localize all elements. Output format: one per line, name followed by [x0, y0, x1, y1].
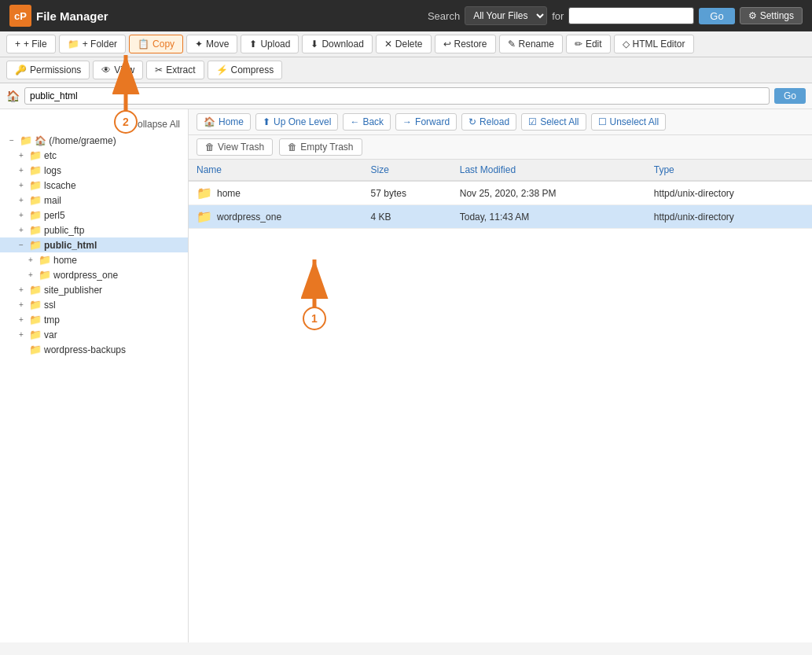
compress-button[interactable]: ⚡ Compress [208, 61, 283, 79]
up-icon: ⬆ [263, 116, 270, 127]
path-go-button[interactable]: Go [774, 88, 806, 104]
folder-icon: 📁 [39, 269, 51, 281]
search-label: Search [428, 10, 460, 22]
sidebar-item-label: logs [44, 165, 61, 176]
file-area: 🏠 Home ⬆ Up One Level ← Back → Forward ↻ [189, 109, 812, 642]
key-icon: 🔑 [15, 64, 27, 75]
file-table: Name Size Last Modified Type 📁 home 57 b… [189, 160, 812, 229]
expand-icon: + [19, 330, 27, 339]
collapse-all-button[interactable]: Collapse All [0, 116, 188, 133]
empty-checkbox-icon: ☐ [598, 116, 607, 127]
col-modified[interactable]: Last Modified [452, 160, 646, 181]
sidebar-item-site-publisher[interactable]: + 📁 site_publisher [0, 282, 188, 297]
upload-icon: ⬆ [249, 39, 257, 50]
home-icon[interactable]: 🏠 [6, 90, 20, 102]
sidebar: Collapse All − 📁 🏠 (/home/graeme) + 📁 et… [0, 109, 189, 642]
search-input[interactable] [568, 7, 694, 24]
extract-icon: ✂ [155, 64, 163, 75]
sidebar-item-label: tmp [44, 315, 60, 326]
sidebar-item-ssl[interactable]: + 📁 ssl [0, 297, 188, 312]
settings-button[interactable]: ⚙ Settings [740, 7, 803, 24]
sidebar-item-var[interactable]: + 📁 var [0, 327, 188, 342]
for-label: for [552, 10, 564, 22]
empty-trash-button[interactable]: 🗑 Empty Trash [279, 138, 362, 156]
expand-icon: + [28, 270, 36, 279]
expand-icon: + [19, 315, 27, 324]
extract-button[interactable]: ✂ Extract [146, 61, 204, 79]
sidebar-item-public-html[interactable]: − 📁 public_html [0, 237, 188, 252]
forward-button[interactable]: → Forward [395, 113, 457, 131]
gear-icon: ⚙ [748, 10, 757, 21]
sidebar-item-wordpress-backups[interactable]: 📁 wordpress-backups [0, 342, 188, 357]
sidebar-item-lscache[interactable]: + 📁 lscache [0, 178, 188, 193]
folder-icon: 📁 [29, 194, 42, 206]
expand-icon: − [9, 136, 17, 145]
up-one-level-button[interactable]: ⬆ Up One Level [255, 113, 338, 131]
search-scope-dropdown[interactable]: All Your Files File Names File Contents [465, 6, 547, 25]
cell-type: httpd/unix-directory [646, 181, 812, 205]
folder-icon: 📁 [29, 179, 42, 191]
sidebar-item-logs[interactable]: + 📁 logs [0, 163, 188, 178]
view-trash-button[interactable]: 🗑 View Trash [197, 138, 273, 156]
move-button[interactable]: ✦ Move [186, 35, 237, 53]
copy-button[interactable]: 📋 Copy [129, 35, 183, 53]
col-type[interactable]: Type [646, 160, 812, 181]
brand: cP File Manager [9, 5, 108, 27]
sidebar-item-mail[interactable]: + 📁 mail [0, 193, 188, 208]
folder-icon: 📁 [29, 239, 42, 251]
copy-icon: 📋 [138, 39, 149, 50]
folder-icon: 📁 [29, 314, 42, 326]
sidebar-item-wordpress-one-sub[interactable]: + 📁 wordpress_one [0, 267, 188, 282]
edit-button[interactable]: ✏ Edit [566, 35, 611, 53]
new-file-button[interactable]: + + File [6, 35, 56, 53]
trash-icon: 🗑 [205, 142, 215, 153]
html-editor-button[interactable]: ◇ HTML Editor [614, 35, 694, 53]
sidebar-item-label: var [44, 329, 57, 340]
expand-icon: + [19, 211, 27, 219]
expand-icon: + [19, 196, 27, 204]
table-header-row: Name Size Last Modified Type [189, 160, 812, 181]
cell-size: 57 bytes [363, 181, 452, 205]
cell-modified: Today, 11:43 AM [452, 205, 646, 229]
back-button[interactable]: ← Back [343, 113, 391, 131]
sidebar-item-label: ssl [44, 300, 56, 311]
unselect-all-button[interactable]: ☐ Unselect All [591, 113, 667, 131]
sidebar-item-public-ftp[interactable]: + 📁 public_ftp [0, 223, 188, 237]
sidebar-item-etc[interactable]: + 📁 etc [0, 148, 188, 163]
sidebar-item-root[interactable]: − 📁 🏠 (/home/graeme) [0, 133, 188, 148]
expand-icon: + [19, 300, 27, 309]
cell-name: 📁 home [189, 181, 363, 205]
home-button[interactable]: 🏠 Home [197, 113, 251, 131]
download-button[interactable]: ⬇ Download [302, 35, 372, 53]
restore-button[interactable]: ↩ Restore [435, 35, 496, 53]
sidebar-item-home-sub[interactable]: + 📁 home [0, 252, 188, 267]
cell-type: httpd/unix-directory [646, 205, 812, 229]
file-name: wordpress_one [217, 212, 281, 223]
col-name[interactable]: Name [189, 160, 363, 181]
search-area: Search All Your Files File Names File Co… [428, 6, 803, 25]
col-size[interactable]: Size [363, 160, 452, 181]
upload-button[interactable]: ⬆ Upload [241, 35, 299, 53]
table-row[interactable]: 📁 wordpress_one 4 KB Today, 11:43 AM htt… [189, 205, 812, 229]
sidebar-item-tmp[interactable]: + 📁 tmp [0, 312, 188, 327]
folder-icon: 📁 [29, 329, 42, 340]
rename-button[interactable]: ✎ Rename [499, 35, 563, 53]
sidebar-item-label: lscache [44, 180, 76, 191]
plus-icon: + [15, 39, 20, 50]
edit-icon: ✏ [575, 39, 582, 50]
sidebar-item-label: 🏠 (/home/graeme) [35, 135, 116, 146]
table-row[interactable]: 📁 home 57 bytes Nov 25, 2020, 2:38 PM ht… [189, 181, 812, 205]
select-all-button[interactable]: ☑ Select All [521, 113, 586, 131]
path-bar: 🏠 Go [0, 83, 812, 109]
delete-button[interactable]: ✕ Delete [376, 35, 432, 53]
view-button[interactable]: 👁 View [93, 61, 143, 79]
reload-button[interactable]: ↻ Reload [461, 113, 516, 131]
expand-icon: + [19, 181, 27, 190]
nav-bar: 🏠 Home ⬆ Up One Level ← Back → Forward ↻ [189, 109, 812, 135]
search-go-button[interactable]: Go [699, 8, 734, 24]
sidebar-item-perl5[interactable]: + 📁 perl5 [0, 208, 188, 223]
permissions-button[interactable]: 🔑 Permissions [6, 61, 90, 79]
restore-icon: ↩ [443, 39, 451, 50]
new-folder-button[interactable]: 📁 + Folder [59, 35, 126, 53]
path-input[interactable] [24, 87, 770, 105]
